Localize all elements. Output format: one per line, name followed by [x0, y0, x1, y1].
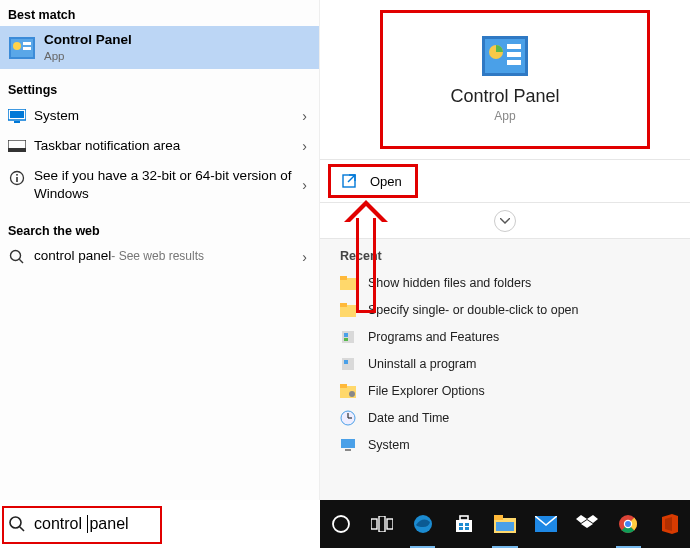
- taskbar-explorer-icon[interactable]: [484, 500, 525, 548]
- svg-rect-54: [494, 515, 503, 520]
- web-result-control-panel[interactable]: control panel - See web results ›: [0, 242, 319, 272]
- svg-rect-24: [340, 276, 347, 280]
- recent-item[interactable]: System: [340, 431, 670, 458]
- expand-row[interactable]: [320, 203, 690, 239]
- recent-item[interactable]: Specify single- or double-click to open: [340, 296, 670, 323]
- svg-rect-39: [345, 449, 351, 451]
- svg-rect-6: [14, 121, 20, 123]
- search-icon: [0, 515, 34, 533]
- recent-item-label: Show hidden files and folders: [368, 276, 531, 290]
- result-label: Control Panel: [44, 32, 311, 49]
- search-icon: [8, 248, 26, 266]
- annotation-highlight-open: [328, 164, 418, 198]
- svg-rect-26: [340, 303, 347, 307]
- svg-point-42: [333, 516, 349, 532]
- svg-rect-29: [344, 338, 348, 341]
- web-sub: - See web results: [111, 249, 204, 264]
- taskbar-office-icon[interactable]: [649, 500, 690, 548]
- settings-item-taskbar-notification[interactable]: Taskbar notification area ›: [0, 131, 319, 161]
- svg-rect-51: [459, 527, 463, 530]
- svg-line-14: [19, 259, 23, 263]
- recent-item-label: File Explorer Options: [368, 384, 485, 398]
- search-results-pane: Best match Control Panel App Settings Sy…: [0, 0, 320, 500]
- settings-item-system[interactable]: System ›: [0, 101, 319, 131]
- recent-item-icon: [340, 275, 356, 291]
- chevron-down-icon: [494, 210, 516, 232]
- taskbar-dropbox-icon[interactable]: [567, 500, 608, 548]
- svg-line-41: [20, 527, 24, 531]
- svg-rect-31: [344, 360, 348, 364]
- chevron-right-icon: ›: [302, 249, 307, 265]
- recent-item-label: Specify single- or double-click to open: [368, 303, 579, 317]
- settings-item-bitness[interactable]: See if you have a 32-bit or 64-bit versi…: [0, 161, 319, 209]
- svg-rect-43: [371, 519, 377, 529]
- svg-rect-33: [340, 384, 347, 388]
- chevron-right-icon: ›: [302, 177, 307, 193]
- display-icon: [8, 107, 26, 125]
- svg-point-13: [11, 250, 21, 260]
- recent-item-icon: [340, 356, 356, 372]
- recent-item-label: Date and Time: [368, 411, 449, 425]
- recent-item-label: System: [368, 438, 410, 452]
- info-icon: [8, 169, 26, 187]
- svg-rect-9: [8, 148, 26, 152]
- recent-item-icon: [340, 329, 356, 345]
- svg-rect-55: [496, 522, 514, 531]
- taskbar-cortana-icon[interactable]: [320, 500, 361, 548]
- recent-item-icon: [340, 302, 356, 318]
- svg-rect-45: [387, 519, 393, 529]
- recent-header: Recent: [340, 249, 670, 269]
- recent-item-icon: [340, 437, 356, 453]
- search-text-before: control: [34, 515, 86, 532]
- taskbar-edge-icon[interactable]: [402, 500, 443, 548]
- recent-item-label: Programs and Features: [368, 330, 499, 344]
- svg-point-65: [625, 521, 631, 527]
- search-input[interactable]: control panel: [34, 515, 320, 534]
- svg-rect-50: [465, 523, 469, 526]
- recent-item[interactable]: Programs and Features: [340, 323, 670, 350]
- svg-rect-4: [23, 47, 31, 50]
- settings-label: Taskbar notification area: [34, 138, 311, 155]
- settings-label: System: [34, 108, 311, 125]
- svg-rect-28: [344, 333, 348, 337]
- taskbar-icon: [8, 137, 26, 155]
- control-panel-icon: [8, 34, 36, 62]
- recent-item-icon: [340, 410, 356, 426]
- svg-rect-49: [459, 523, 463, 526]
- annotation-highlight-hero: [380, 10, 650, 149]
- taskbar-store-icon[interactable]: [443, 500, 484, 548]
- hero-area: Control Panel App: [320, 0, 690, 160]
- search-bar[interactable]: control panel: [0, 500, 320, 548]
- svg-rect-44: [379, 516, 385, 532]
- taskbar: [320, 500, 690, 548]
- svg-rect-11: [16, 177, 18, 182]
- recent-item[interactable]: File Explorer Options: [340, 377, 670, 404]
- recent-section: Recent Show hidden files and foldersSpec…: [320, 239, 690, 458]
- open-action-row[interactable]: Open: [320, 160, 690, 203]
- search-web-header: Search the web: [0, 210, 319, 242]
- result-sub: App: [44, 49, 311, 63]
- recent-item[interactable]: Date and Time: [340, 404, 670, 431]
- svg-rect-47: [456, 520, 472, 532]
- taskbar-chrome-icon[interactable]: [608, 500, 649, 548]
- recent-item[interactable]: Show hidden files and folders: [340, 269, 670, 296]
- result-text: Control Panel App: [44, 32, 311, 63]
- svg-rect-12: [16, 174, 18, 176]
- result-control-panel[interactable]: Control Panel App: [0, 26, 319, 69]
- svg-point-40: [10, 517, 21, 528]
- svg-rect-3: [23, 42, 31, 45]
- taskbar-mail-icon[interactable]: [526, 500, 567, 548]
- settings-header: Settings: [0, 69, 319, 101]
- chevron-right-icon: ›: [302, 108, 307, 124]
- preview-pane: Control Panel App Open Recent Show hidde…: [320, 0, 690, 500]
- recent-item[interactable]: Uninstall a program: [340, 350, 670, 377]
- svg-rect-52: [465, 527, 469, 530]
- taskbar-taskview-icon[interactable]: [361, 500, 402, 548]
- search-text-after: panel: [89, 515, 128, 532]
- settings-label: See if you have a 32-bit or 64-bit versi…: [34, 167, 311, 203]
- web-label: control panel: [34, 248, 111, 265]
- chevron-right-icon: ›: [302, 138, 307, 154]
- svg-point-2: [13, 42, 21, 50]
- svg-rect-38: [341, 439, 355, 448]
- best-match-header: Best match: [0, 0, 319, 26]
